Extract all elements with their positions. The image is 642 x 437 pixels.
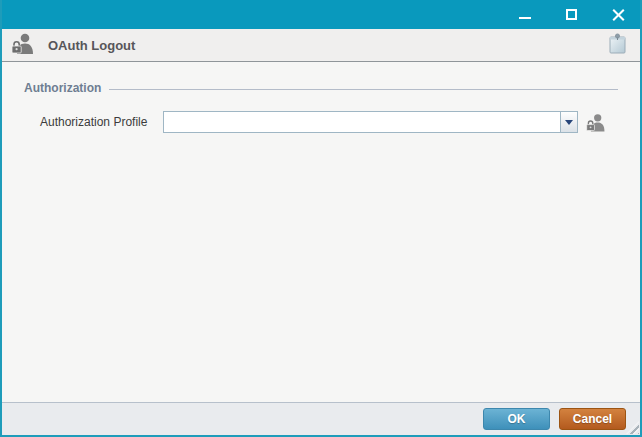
select-profile-button[interactable] xyxy=(585,113,607,132)
dropdown-button[interactable] xyxy=(560,112,577,132)
title-bar[interactable] xyxy=(0,0,642,29)
authorization-section: Authorization xyxy=(24,81,618,95)
authorization-profile-label: Authorization Profile xyxy=(40,115,163,129)
authorization-profile-combobox[interactable] xyxy=(163,111,578,133)
minimize-icon xyxy=(519,17,531,19)
user-lock-icon xyxy=(10,33,36,58)
chevron-down-icon xyxy=(565,120,573,125)
cancel-button[interactable]: Cancel xyxy=(559,408,626,430)
section-divider xyxy=(109,89,618,90)
user-lock-icon xyxy=(585,113,607,132)
minimize-button[interactable] xyxy=(501,0,548,29)
dialog-body: Authorization Authorization Profile xyxy=(2,62,640,133)
ok-button[interactable]: OK xyxy=(483,408,550,430)
authorization-profile-input[interactable] xyxy=(164,112,560,132)
maximize-button[interactable] xyxy=(548,0,595,29)
close-icon xyxy=(612,8,625,21)
resize-grip[interactable] xyxy=(626,421,639,434)
oauth-logout-dialog: OAuth Logout Authorization Au xyxy=(0,0,642,437)
maximize-icon xyxy=(566,9,577,20)
close-button[interactable] xyxy=(595,0,642,29)
note-pin-icon[interactable] xyxy=(607,32,628,59)
section-label: Authorization xyxy=(24,81,101,95)
authorization-profile-row: Authorization Profile xyxy=(2,111,640,133)
dialog-footer: OK Cancel xyxy=(2,402,640,435)
dialog-header: OAuth Logout xyxy=(2,29,640,62)
dialog-title: OAuth Logout xyxy=(48,38,135,53)
